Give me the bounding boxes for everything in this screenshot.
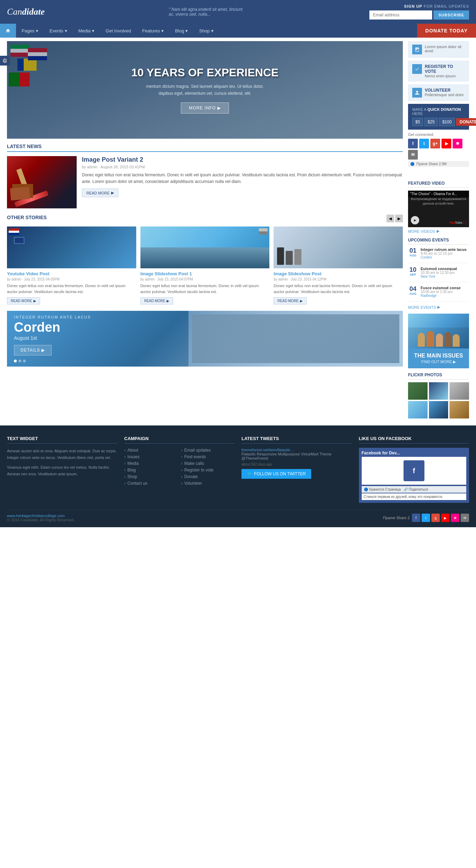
footer-contact-link[interactable]: Contact us [124, 481, 178, 486]
other-stories-title: OTHER STORIES [7, 215, 47, 222]
footer-make-calls[interactable]: Make calls [181, 461, 235, 466]
footer-shop-link[interactable]: Shop [124, 474, 178, 479]
register-vote-widget[interactable]: REGISTER TO VOTE Nemo enim ipsum [408, 61, 469, 82]
nav-blog[interactable]: Blog ▾ [169, 24, 193, 38]
story-2-read-more-button[interactable]: READ MORE ▶ [140, 297, 174, 305]
nav-pages[interactable]: Pages ▾ [16, 24, 44, 38]
event-2-date-box: 10 SEP [408, 267, 418, 278]
footer-find-events-link[interactable]: Find events [181, 454, 235, 459]
dot-1 [14, 360, 17, 362]
footer-fb-icon[interactable]: f [412, 514, 420, 522]
main-issues-title: THE MAIN ISSUES [412, 353, 465, 359]
youtube-logo: YouTube ⛶ [449, 221, 466, 224]
flickr-3[interactable] [450, 382, 469, 400]
flickr-4[interactable] [408, 401, 428, 418]
flickr-icon[interactable]: ❋ [453, 139, 462, 148]
kids-photo [408, 314, 469, 348]
donate-go-button[interactable]: DONATE [456, 118, 476, 126]
donate-100-button[interactable]: $100 [439, 118, 455, 126]
twitter-icon[interactable]: t [419, 139, 429, 148]
story-1-read-more-button[interactable]: READ MORE ▶ [7, 297, 40, 305]
logo[interactable]: Candidate [7, 7, 45, 17]
event-name: Corden [14, 321, 396, 334]
googleplus-icon[interactable]: g+ [430, 139, 440, 148]
more-events-link[interactable]: MORE EVENTS ▶ [408, 305, 469, 309]
footer-blog-link[interactable]: Blog [124, 468, 178, 473]
footer-yt-icon[interactable]: ▶ [441, 514, 450, 522]
dot-3 [23, 360, 26, 362]
event-details-button[interactable]: DETAILS ▶ [14, 345, 52, 355]
facebook-box[interactable]: Facebook for Dev... f 🔵 Хранится Страниц… [359, 448, 469, 503]
subscribe-button[interactable]: SUBSCRIBE [433, 10, 469, 20]
hero-more-info-button[interactable]: MORE INFO ▶ [181, 102, 229, 114]
footer-issues[interactable]: Issues [124, 454, 178, 459]
main-issues-subtitle: FIND OUT MORE ▶ [412, 360, 465, 364]
event-dots [14, 360, 396, 362]
nav-events[interactable]: Events ▾ [44, 24, 73, 38]
follow-twitter-button[interactable]: 🐦 FOLLOW US ON TWITTER [241, 469, 311, 479]
stories-prev-button[interactable]: ◀ [386, 215, 394, 222]
story-3-read-more-button[interactable]: READ MORE ▶ [274, 297, 307, 305]
footer-share-social: Прame Share 2 f t g ▶ ❋ ✉ [383, 514, 469, 522]
footer-volunteer[interactable]: Volunteer [181, 481, 235, 486]
footer-find-events[interactable]: Find events [181, 454, 235, 459]
video-title-bar: "The Choice" - Obama For A... [408, 191, 469, 197]
nav-media[interactable]: Media ▾ [73, 24, 100, 38]
footer-about-link[interactable]: About [124, 448, 178, 453]
footer-facebook-widget: LIKE US ON FACEBOOK Facebook for Dev... … [359, 436, 469, 503]
flickr-1[interactable] [408, 382, 428, 400]
video-play-button[interactable]: ▶ [411, 216, 419, 224]
share-bar[interactable]: 🔵 Прame Share 2.9M [408, 161, 469, 167]
volunteer-widget[interactable]: VOLUNTEER Pellentesque sed dolor [408, 84, 469, 101]
footer-register-vote[interactable]: Register to vote [181, 468, 235, 473]
footer-email-updates-link[interactable]: Email updates [181, 448, 235, 453]
footer-contact[interactable]: Contact us [124, 481, 178, 486]
footer-register-vote-link[interactable]: Register to vote [181, 468, 235, 473]
footer-fl-icon[interactable]: ❋ [451, 514, 459, 522]
nav-shop[interactable]: Shop ▾ [193, 24, 219, 38]
footer-campaign-widget: CAMPAIGN About Issues Media Blog Shop Co… [124, 436, 235, 503]
flickr-5[interactable] [429, 401, 448, 418]
signup-form: SUBSCRIBE [369, 10, 469, 20]
footer-tw-icon[interactable]: t [422, 514, 430, 522]
footer-about[interactable]: About [124, 448, 178, 453]
footer-shop[interactable]: Shop [124, 474, 178, 479]
find-events-widget[interactable]: Lorem ipsum dolor sit amet [408, 41, 469, 58]
event-3-date-box: 04 AUG [408, 286, 418, 298]
video-player[interactable]: "The Choice" - Obama For A... Воспроизве… [408, 191, 469, 227]
youtube-icon[interactable]: ▶ [442, 139, 451, 148]
featured-news-title: Image Post Variant 2 [82, 156, 403, 163]
footer-media-link[interactable]: Media [124, 461, 178, 466]
more-videos-link[interactable]: MORE VIDEOS ▶ [408, 229, 469, 233]
footer-donate[interactable]: Donate [181, 474, 235, 479]
person-icon [412, 88, 422, 98]
featured-read-more-button[interactable]: READ MORE ▶ [82, 189, 118, 197]
footer-donate-link[interactable]: Donate [181, 474, 235, 479]
stories-next-button[interactable]: ▶ [395, 215, 403, 222]
facebook-icon[interactable]: f [408, 139, 418, 148]
footer-issues-link[interactable]: Issues [124, 454, 178, 459]
story-2-title: Image Slideshow Post 1 [140, 271, 270, 276]
footer-blog[interactable]: Blog [124, 468, 178, 473]
email-icon[interactable]: ✉ [408, 150, 418, 160]
donate-today-button[interactable]: DONATE TODAY [417, 24, 476, 38]
social-connect-widget: Get connected: f t g+ ▶ ❋ ✉ 🔵 Прame Shar… [408, 132, 469, 167]
flickr-2[interactable] [429, 382, 448, 400]
footer-make-calls-link[interactable]: Make calls [181, 461, 235, 466]
tagline: " Nam elit agna,enderit sit amet, tinciu… [169, 7, 245, 17]
nav-home-button[interactable] [0, 24, 16, 38]
event-banner: INTEGER RUTRUM ANTE LACUS Corden August … [7, 311, 403, 367]
email-input[interactable] [369, 10, 432, 20]
footer-em-icon[interactable]: ✉ [461, 514, 469, 522]
footer-media[interactable]: Media [124, 461, 178, 466]
footer-volunteer-link[interactable]: Volunteer [181, 481, 235, 486]
donate-25-button[interactable]: $25 [424, 118, 438, 126]
donate-5-button[interactable]: $5 [412, 118, 423, 126]
footer-gp-icon[interactable]: g [431, 514, 440, 522]
flickr-6[interactable] [450, 401, 469, 418]
footer-email-updates[interactable]: Email updates [181, 448, 235, 453]
settings-gear[interactable] [0, 56, 10, 66]
nav-get-involved[interactable]: Get Involved [100, 24, 137, 38]
nav-features[interactable]: Features ▾ [137, 24, 169, 38]
main-issues-widget[interactable]: THE MAIN ISSUES FIND OUT MORE ▶ [408, 348, 469, 368]
